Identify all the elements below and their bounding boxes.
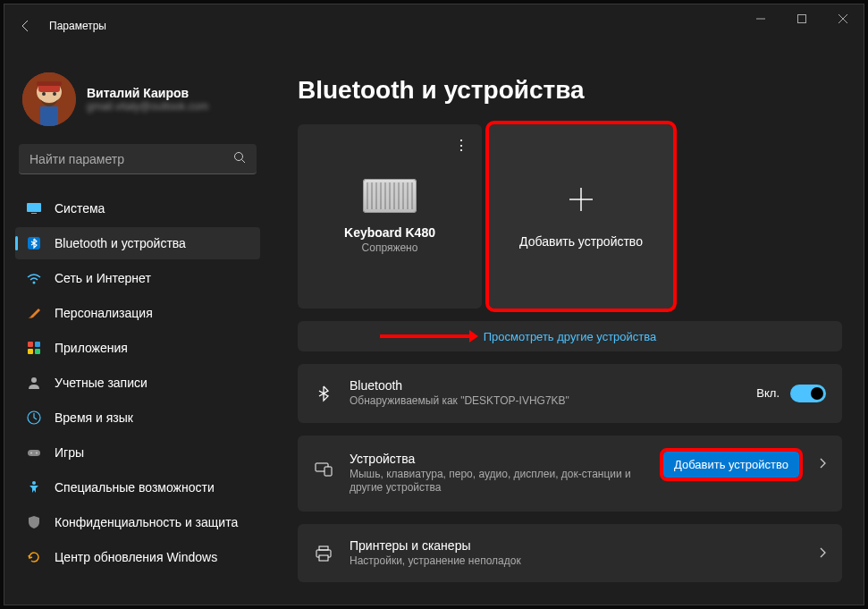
back-button[interactable] — [8, 8, 44, 44]
nav-label: Время и язык — [55, 410, 133, 425]
nav-label: Учетные записи — [55, 376, 147, 390]
bluetooth-toggle-card: Bluetooth Обнаруживаемый как "DESKTOP-IV… — [298, 364, 842, 423]
nav-list: Система Bluetooth и устройства Сеть и Ин… — [15, 192, 260, 573]
toggle-state-label: Вкл. — [756, 386, 780, 400]
svg-rect-32 — [324, 467, 332, 476]
svg-line-12 — [242, 159, 246, 163]
avatar — [22, 72, 76, 126]
devices-icon — [314, 459, 333, 478]
nav-label: Специальные возможности — [55, 480, 215, 495]
nav-label: Система — [55, 201, 105, 216]
printers-card[interactable]: Принтеры и сканеры Настройки, устранение… — [298, 524, 842, 583]
svg-point-11 — [235, 152, 243, 160]
nav-accounts[interactable]: Учетные записи — [15, 367, 260, 399]
devices-card[interactable]: Устройства Мышь, клавиатура, перо, аудио… — [298, 436, 842, 512]
accessibility-icon — [26, 479, 42, 495]
svg-point-24 — [30, 453, 32, 454]
user-email: gmail.vitaly@outlook.com — [87, 100, 208, 113]
globe-clock-icon — [26, 410, 42, 426]
svg-rect-7 — [37, 81, 62, 86]
nav-gaming[interactable]: Игры — [15, 436, 260, 469]
printer-icon — [314, 544, 333, 563]
svg-point-25 — [36, 453, 38, 454]
search-icon — [233, 151, 246, 167]
nav-label: Приложения — [55, 341, 128, 355]
svg-rect-17 — [28, 342, 33, 347]
minimize-button[interactable] — [740, 4, 781, 33]
maximize-button[interactable] — [781, 4, 822, 33]
nav-label: Игры — [55, 445, 84, 460]
sidebar: Виталий Каиров gmail.vitaly@outlook.com … — [4, 47, 271, 605]
svg-rect-23 — [28, 450, 40, 456]
nav-time-language[interactable]: Время и язык — [15, 402, 260, 434]
nav-privacy[interactable]: Конфиденциальность и защита — [15, 506, 260, 538]
add-device-button[interactable]: Добавить устройство — [663, 452, 799, 478]
titlebar: Параметры — [4, 4, 864, 47]
device-name: Keyboard K480 — [344, 225, 435, 240]
device-tile-more-icon[interactable]: ⋮ — [454, 137, 468, 154]
view-more-devices-link[interactable]: Просмотреть другие устройства — [298, 321, 842, 351]
svg-rect-19 — [28, 349, 33, 354]
annotation-arrow-icon — [380, 329, 478, 343]
svg-rect-20 — [35, 349, 40, 354]
svg-rect-14 — [31, 213, 37, 214]
svg-point-9 — [53, 92, 56, 96]
nav-network[interactable]: Сеть и Интернет — [15, 262, 260, 294]
nav-label: Конфиденциальность и защита — [55, 515, 238, 529]
update-icon — [26, 549, 42, 565]
apps-icon — [26, 340, 42, 356]
svg-marker-30 — [469, 330, 478, 343]
nav-system[interactable]: Система — [15, 192, 260, 224]
svg-point-21 — [31, 377, 37, 383]
svg-rect-13 — [27, 203, 41, 212]
nav-accessibility[interactable]: Специальные возможности — [15, 471, 260, 503]
nav-label: Центр обновления Windows — [55, 550, 217, 564]
printers-title: Принтеры и сканеры — [350, 538, 796, 553]
nav-bluetooth[interactable]: Bluetooth и устройства — [15, 227, 260, 259]
device-tile-keyboard[interactable]: ⋮ Keyboard K480 Сопряжено — [298, 124, 482, 309]
search-input[interactable] — [29, 152, 233, 166]
add-device-tile[interactable]: Добавить устройство — [489, 124, 673, 309]
nav-personalization[interactable]: Персонализация — [15, 297, 260, 329]
devices-title: Устройства — [350, 452, 647, 466]
brush-icon — [26, 305, 42, 321]
svg-rect-35 — [319, 555, 328, 561]
window-title: Параметры — [49, 20, 106, 32]
main-content: Bluetooth и устройства ⋮ Keyboard K480 С… — [271, 47, 864, 605]
bluetooth-icon — [314, 385, 333, 402]
page-title: Bluetooth и устройства — [298, 47, 842, 124]
svg-point-16 — [33, 282, 36, 284]
person-icon — [26, 375, 42, 391]
bluetooth-title: Bluetooth — [350, 378, 740, 393]
close-button[interactable] — [822, 4, 864, 33]
bluetooth-icon — [26, 235, 42, 251]
bluetooth-subtitle: Обнаруживаемый как "DESKTOP-IVHG7KB" — [350, 394, 740, 409]
svg-rect-1 — [798, 15, 806, 23]
display-icon — [26, 200, 42, 216]
nav-label: Персонализация — [55, 306, 153, 320]
nav-apps[interactable]: Приложения — [15, 332, 260, 364]
printers-subtitle: Настройки, устранение неполадок — [350, 554, 796, 569]
svg-rect-18 — [35, 342, 40, 347]
chevron-right-icon — [812, 546, 826, 561]
devices-subtitle: Мышь, клавиатура, перо, аудио, дисплеи, … — [350, 468, 647, 495]
keyboard-icon — [363, 179, 417, 213]
search-box[interactable] — [19, 144, 257, 174]
view-more-label: Просмотреть другие устройства — [484, 330, 657, 343]
add-device-label: Добавить устройство — [519, 234, 643, 249]
shield-icon — [26, 514, 42, 530]
plus-icon — [566, 184, 596, 215]
nav-label: Сеть и Интернет — [55, 271, 151, 285]
user-profile[interactable]: Виталий Каиров gmail.vitaly@outlook.com — [15, 47, 260, 144]
nav-label: Bluetooth и устройства — [55, 236, 186, 250]
nav-windows-update[interactable]: Центр обновления Windows — [15, 541, 260, 573]
svg-rect-10 — [40, 106, 58, 126]
chevron-right-icon — [812, 457, 826, 471]
user-name: Виталий Каиров — [87, 86, 208, 100]
device-status: Сопряжено — [362, 241, 418, 254]
bluetooth-toggle[interactable] — [790, 385, 826, 402]
gamepad-icon — [26, 444, 42, 461]
wifi-icon — [26, 270, 42, 286]
svg-point-8 — [42, 92, 46, 96]
svg-rect-33 — [319, 546, 328, 550]
